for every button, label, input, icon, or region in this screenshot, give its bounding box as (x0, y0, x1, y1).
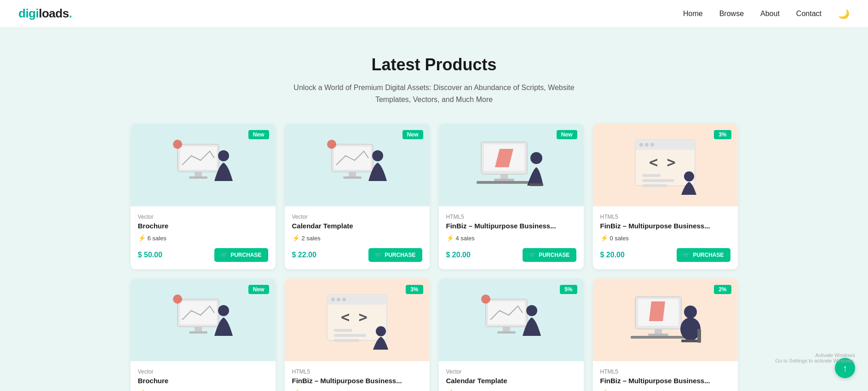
product-title[interactable]: Brochure (138, 377, 268, 385)
product-card: 5% Vector Calendar Template ⚡ 3 sales $ … (439, 278, 584, 391)
bolt-icon: ⚡ (292, 234, 300, 242)
cart-icon: 🛒 (221, 252, 228, 258)
navbar: digiloads. Home Browse About Contact 🌙 (0, 0, 868, 28)
cart-icon: 🛒 (529, 252, 536, 258)
hero-subtitle: Unlock a World of Premium Digital Assets… (292, 82, 577, 105)
card-footer: $ 20.00 🛒 PURCHASE (446, 248, 576, 262)
product-category: Vector (292, 214, 422, 220)
product-price: $ 20.00 (446, 251, 471, 259)
logo[interactable]: digiloads. (18, 6, 72, 21)
bolt-icon: ⚡ (446, 389, 454, 391)
card-image[interactable]: < > 3% (593, 124, 738, 206)
scroll-to-top-button[interactable]: ↑ (835, 358, 855, 378)
card-footer: $ 50.00 🛒 PURCHASE (138, 248, 268, 262)
card-image[interactable]: New (131, 124, 276, 206)
card-body: HTML5 FinBiz – Multipurpose Business... … (285, 361, 430, 391)
card-image[interactable]: New (131, 278, 276, 361)
card-image[interactable]: 5% (439, 278, 584, 361)
nav-home[interactable]: Home (683, 10, 703, 17)
svg-point-34 (218, 305, 229, 316)
svg-rect-57 (631, 336, 690, 339)
svg-rect-2 (195, 172, 202, 176)
svg-rect-9 (343, 176, 362, 179)
product-badge: New (248, 130, 269, 139)
svg-rect-33 (189, 331, 207, 334)
svg-point-58 (684, 306, 697, 318)
svg-text:< >: < > (341, 308, 368, 326)
svg-rect-19 (529, 183, 543, 186)
product-category: HTML5 (446, 214, 576, 220)
logo-digi: digi (18, 6, 39, 20)
product-title[interactable]: FinBiz – Multipurpose Business... (446, 222, 576, 230)
svg-rect-21 (635, 140, 695, 150)
card-image[interactable]: < > 3% (285, 278, 430, 361)
card-body: Vector Brochure ⚡ 6 sales $ 50.00 🛒 PURC… (131, 361, 276, 391)
product-title[interactable]: FinBiz – Multipurpose Business... (600, 377, 730, 385)
purchase-button[interactable]: 🛒 PURCHASE (677, 248, 730, 262)
product-category: Vector (446, 368, 576, 375)
svg-point-4 (218, 150, 229, 161)
product-category: HTML5 (600, 214, 730, 220)
svg-rect-15 (500, 174, 508, 179)
card-footer: $ 20.00 🛒 PURCHASE (600, 248, 730, 262)
product-title[interactable]: Calendar Template (446, 377, 576, 385)
product-title[interactable]: Brochure (138, 222, 268, 230)
card-body: Vector Calendar Template ⚡ 3 sales $ 22.… (439, 361, 584, 391)
purchase-button[interactable]: 🛒 PURCHASE (214, 248, 268, 262)
svg-point-40 (342, 298, 346, 301)
dark-mode-toggle[interactable]: 🌙 (838, 9, 850, 19)
product-title[interactable]: Calendar Template (292, 222, 422, 230)
svg-rect-47 (488, 301, 525, 324)
svg-rect-55 (655, 329, 662, 334)
product-card: < > 3% HTML5 FinBiz – Multipurpose Busin… (593, 124, 738, 269)
product-price: $ 50.00 (138, 251, 162, 259)
product-card: New Vector Brochure ⚡ 6 sales $ 50.00 🛒 … (131, 278, 276, 391)
svg-rect-44 (334, 339, 359, 342)
svg-rect-27 (642, 179, 674, 182)
product-badge: New (557, 130, 577, 139)
product-sales: ⚡ 4 sales (446, 234, 576, 242)
card-footer: $ 22.00 🛒 PURCHASE (292, 248, 422, 262)
product-sales: ⚡ 2 sales (292, 234, 422, 242)
svg-rect-16 (494, 179, 514, 181)
card-image[interactable]: 2% (593, 278, 738, 361)
bolt-icon: ⚡ (600, 389, 608, 391)
card-body: HTML5 FinBiz – Multipurpose Business... … (593, 361, 738, 391)
nav-contact[interactable]: Contact (796, 10, 822, 17)
purchase-button[interactable]: 🛒 PURCHASE (368, 248, 422, 262)
product-badge: 3% (406, 285, 423, 294)
card-image[interactable]: New (285, 124, 430, 206)
nav-about[interactable]: About (760, 10, 780, 17)
nav-browse[interactable]: Browse (719, 10, 744, 17)
svg-rect-1 (180, 147, 217, 170)
product-title[interactable]: FinBiz – Multipurpose Business... (600, 222, 730, 230)
svg-point-22 (639, 143, 643, 147)
product-card: New Vector Calendar Template ⚡ 2 sales $… (285, 124, 430, 269)
svg-rect-8 (349, 172, 356, 176)
product-price: $ 20.00 (600, 251, 625, 259)
svg-rect-31 (180, 301, 217, 324)
bolt-icon: ⚡ (292, 389, 300, 391)
card-body: Vector Calendar Template ⚡ 2 sales $ 22.… (285, 206, 430, 269)
purchase-button[interactable]: 🛒 PURCHASE (523, 248, 576, 262)
product-card: New HTML5 FinBiz – Multipurpose Business… (439, 124, 584, 269)
product-badge: New (402, 130, 423, 139)
svg-point-51 (481, 295, 490, 304)
card-body: HTML5 FinBiz – Multipurpose Business... … (593, 206, 738, 269)
card-image[interactable]: New (439, 124, 584, 206)
product-card: 2% HTML5 FinBiz – Multipurpose Business.… (593, 278, 738, 391)
logo-dot: . (69, 6, 72, 20)
product-category: HTML5 (600, 368, 730, 375)
svg-rect-37 (327, 295, 387, 305)
cart-icon: 🛒 (683, 252, 690, 258)
svg-rect-42 (334, 329, 352, 332)
svg-marker-54 (649, 301, 665, 321)
svg-rect-56 (648, 334, 668, 336)
svg-point-35 (173, 295, 182, 304)
product-title[interactable]: FinBiz – Multipurpose Business... (292, 377, 422, 385)
product-badge: New (248, 285, 269, 294)
cart-icon: 🛒 (375, 252, 382, 258)
svg-rect-32 (195, 327, 202, 331)
bolt-icon: ⚡ (138, 234, 146, 242)
svg-point-18 (530, 152, 542, 164)
